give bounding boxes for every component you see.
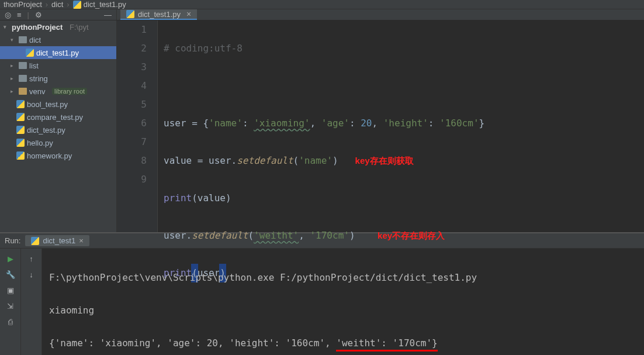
code-text: ( bbox=[192, 192, 198, 204]
editor-tab[interactable]: dict_test1.py × bbox=[120, 9, 197, 20]
tree-label: dict_test1.py bbox=[36, 49, 79, 57]
code-text: { bbox=[203, 118, 209, 129]
code-editor[interactable]: 1 2 3 4 5 6 7 8 9 # coding:utf-8 user = … bbox=[117, 20, 644, 232]
tree-file-dict-test1[interactable]: dict_test1.py bbox=[0, 46, 116, 59]
close-icon[interactable]: × bbox=[79, 236, 84, 245]
tree-folder-dict[interactable]: ▾ dict bbox=[0, 33, 116, 46]
wrench-icon[interactable]: 🔧 bbox=[6, 270, 15, 279]
code-text: ) bbox=[333, 155, 338, 166]
chevron-right-icon[interactable]: ▸ bbox=[11, 75, 16, 81]
layout-icon[interactable]: ▣ bbox=[7, 286, 14, 295]
tree-file[interactable]: dict_test.py bbox=[0, 123, 116, 136]
breadcrumb: thonProject › dict › dict_test1.py bbox=[0, 0, 644, 9]
project-tree[interactable]: ▾ pythonProject F:\pyt ▾ dict dict_test1… bbox=[0, 20, 117, 232]
chevron-down-icon[interactable]: ▾ bbox=[11, 37, 16, 43]
tree-folder-string[interactable]: ▸ string bbox=[0, 72, 116, 85]
output-highlighted: 'weitht': '170cm'} bbox=[336, 337, 437, 351]
code-text: setdefault bbox=[237, 155, 293, 166]
tree-label: hello.py bbox=[27, 139, 53, 147]
tree-label: bool_test.py bbox=[27, 100, 68, 109]
target-icon[interactable]: ◎ bbox=[5, 11, 11, 19]
tree-folder-venv[interactable]: ▸ venv library root bbox=[0, 85, 116, 98]
toolbar-row: ◎ ≡ | ⚙ — dict_test1.py × bbox=[0, 9, 644, 20]
library-root-badge: library root bbox=[52, 88, 87, 95]
output-line: F:\pythonProject\venv\Scripts\python.exe… bbox=[49, 270, 637, 286]
tree-label: homework.py bbox=[27, 151, 72, 160]
tree-file[interactable]: hello.py bbox=[0, 136, 116, 149]
code-text: } bbox=[479, 118, 485, 129]
run-tab[interactable]: dict_test1 × bbox=[25, 235, 89, 246]
code-text: ( bbox=[248, 230, 254, 241]
chevron-down-icon[interactable]: ▾ bbox=[4, 24, 9, 30]
tree-folder-list[interactable]: ▸ list bbox=[0, 59, 116, 72]
code-text: ) bbox=[349, 230, 355, 241]
python-icon bbox=[16, 139, 25, 147]
tree-label: string bbox=[29, 74, 48, 83]
python-icon bbox=[16, 113, 25, 121]
rerun-icon[interactable]: ▶ bbox=[8, 254, 13, 263]
code-text: 'xiaoming' bbox=[254, 118, 310, 129]
chevron-right-icon: › bbox=[67, 0, 69, 9]
tree-label: dict bbox=[29, 36, 41, 44]
run-body: ▶ 🔧 ▣ ⇲ ⎙ ↑ ↓ F:\pythonProject\venv\Scri… bbox=[0, 249, 644, 355]
gear-icon[interactable]: ⚙ bbox=[35, 11, 42, 19]
annotation: key不存在则存入 bbox=[378, 230, 445, 240]
code-text: 'age' bbox=[321, 118, 349, 129]
code-text: , bbox=[310, 118, 321, 129]
line-number: 4 bbox=[117, 77, 147, 95]
main-area: ▾ pythonProject F:\pyt ▾ dict dict_test1… bbox=[0, 20, 644, 232]
arrow-up-icon[interactable]: ↑ bbox=[29, 254, 33, 263]
breadcrumb-item[interactable]: dict bbox=[51, 0, 63, 9]
code-text: 'height' bbox=[383, 118, 428, 129]
breadcrumb-item[interactable]: dict_test1.py bbox=[84, 0, 126, 9]
code-text: 'name' bbox=[299, 155, 333, 166]
export-icon[interactable]: ⇲ bbox=[7, 302, 13, 311]
close-icon[interactable]: × bbox=[186, 9, 191, 19]
code-text: ( bbox=[293, 155, 299, 166]
code-text: '160cm' bbox=[439, 118, 479, 129]
folder-icon bbox=[19, 88, 27, 95]
line-number: 2 bbox=[117, 39, 147, 58]
code-text: 'weitht' bbox=[254, 230, 299, 241]
tree-file[interactable]: compare_test.py bbox=[0, 111, 116, 123]
tab-filename: dict_test1.py bbox=[138, 10, 181, 19]
line-number: 3 bbox=[117, 58, 147, 77]
code-text: : bbox=[243, 118, 248, 129]
line-number: 9 bbox=[117, 170, 147, 189]
python-icon bbox=[16, 151, 25, 160]
code-text: : bbox=[349, 118, 355, 129]
code-text: , bbox=[299, 230, 310, 241]
code-area[interactable]: # coding:utf-8 user = {'name': 'xiaoming… bbox=[158, 20, 644, 232]
project-root[interactable]: ▾ pythonProject F:\pyt bbox=[0, 20, 116, 33]
python-icon bbox=[16, 100, 25, 108]
code-text: print bbox=[164, 192, 192, 204]
line-number: 8 bbox=[117, 151, 147, 170]
chevron-right-icon[interactable]: ▸ bbox=[11, 63, 16, 68]
project-toolbar: ◎ ≡ | ⚙ — bbox=[0, 9, 117, 20]
code-text: = bbox=[186, 118, 203, 129]
tree-file[interactable]: bool_test.py bbox=[0, 98, 116, 111]
tree-label: venv bbox=[29, 87, 45, 96]
annotation: key存在则获取 bbox=[355, 156, 414, 166]
code-text: , bbox=[372, 118, 383, 129]
editor-tabs: dict_test1.py × bbox=[117, 9, 644, 20]
tree-file[interactable]: homework.py bbox=[0, 149, 116, 162]
minimize-icon[interactable]: — bbox=[104, 11, 112, 19]
code-text: 20 bbox=[361, 118, 372, 129]
run-output[interactable]: F:\pythonProject\venv\Scripts\python.exe… bbox=[42, 249, 644, 355]
code-text: setdefault bbox=[192, 230, 248, 241]
code-text: user bbox=[164, 118, 186, 129]
collapse-icon[interactable]: ≡ bbox=[17, 11, 22, 19]
folder-icon bbox=[19, 75, 27, 82]
output-line: {'name': 'xiaoming', 'age': 20, 'height'… bbox=[49, 335, 637, 351]
code-text: '170cm' bbox=[310, 230, 349, 241]
line-number: 6 bbox=[117, 114, 147, 133]
breadcrumb-item[interactable]: thonProject bbox=[4, 0, 42, 9]
print-icon[interactable]: ⎙ bbox=[8, 318, 13, 326]
project-path: F:\pyt bbox=[70, 23, 89, 32]
folder-icon bbox=[19, 36, 27, 43]
arrow-down-icon[interactable]: ↓ bbox=[29, 270, 33, 279]
chevron-right-icon[interactable]: ▸ bbox=[11, 88, 16, 94]
code-text: value bbox=[198, 192, 226, 204]
run-tab-name: dict_test1 bbox=[43, 236, 75, 245]
